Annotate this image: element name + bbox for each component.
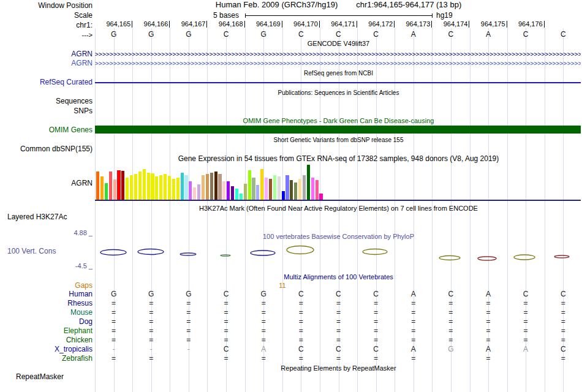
alignment-row-x_tropicalis[interactable]: X_tropicalis---CACCCAGAAC <box>0 345 582 354</box>
gtex-expression-bar[interactable] <box>235 189 238 200</box>
gtex-expression-bar[interactable] <box>260 169 263 200</box>
gtex-expression-bar[interactable] <box>193 187 196 200</box>
alignment-row-mouse[interactable]: Mouse============= <box>0 308 582 317</box>
gene-label-agrn-2[interactable]: AGRN <box>0 59 93 67</box>
ruler-tick[interactable]: 964,167 <box>170 20 207 29</box>
species-label[interactable]: Elephant <box>0 327 93 335</box>
gaps-row-label[interactable]: Gaps <box>0 282 93 290</box>
ruler-tick[interactable]: 964,174 <box>432 20 469 29</box>
gtex-expression-bar[interactable] <box>189 181 192 200</box>
gtex-expression-bar[interactable] <box>113 179 116 200</box>
gtex-expression-barchart[interactable] <box>96 164 353 200</box>
gtex-expression-bar[interactable] <box>285 175 289 200</box>
ruler-tick[interactable]: 964,170 <box>282 20 320 29</box>
gtex-expression-bar[interactable] <box>256 185 259 200</box>
omim-gene-bar[interactable] <box>95 126 581 134</box>
gtex-expression-bar[interactable] <box>273 175 276 200</box>
species-label[interactable]: Chicken <box>0 336 93 344</box>
gtex-expression-bar[interactable] <box>100 176 104 200</box>
gtex-expression-bar[interactable] <box>282 191 285 200</box>
layered-h3k27ac-label[interactable]: Layered H3K27Ac <box>0 213 93 221</box>
ruler-tick[interactable]: 964,169 <box>245 20 282 29</box>
gtex-expression-bar[interactable] <box>184 175 187 200</box>
gtex-expression-bar[interactable] <box>168 176 171 200</box>
gene-transcript-agrn-2[interactable]: >>>>>>>>>>>>>>>>>>>>>>>>>>>>>>>>>>>>>>>>… <box>95 60 581 67</box>
gtex-expression-bar[interactable] <box>231 186 234 200</box>
ruler-tick[interactable]: 964,166 <box>132 20 170 29</box>
repeatmasker-label[interactable]: RepeatMasker <box>0 373 93 381</box>
gtex-expression-bar[interactable] <box>294 183 297 200</box>
gtex-expression-bar[interactable] <box>134 174 137 200</box>
gtex-expression-bar[interactable] <box>172 179 175 200</box>
alignment-row-rhesus[interactable]: Rhesus============= <box>0 299 582 308</box>
ruler-tick[interactable]: 964,176 <box>507 20 545 29</box>
gtex-expression-bar[interactable] <box>197 184 200 200</box>
gtex-expression-bar[interactable] <box>218 174 221 200</box>
alignment-row-zebrafish[interactable]: Zebrafish========== <box>0 354 582 363</box>
gtex-expression-bar[interactable] <box>206 174 209 200</box>
gtex-expression-bar[interactable] <box>278 176 281 200</box>
gtex-expression-bar[interactable] <box>298 179 301 200</box>
gtex-expression-bar[interactable] <box>311 178 314 200</box>
gtex-expression-bar[interactable] <box>319 194 322 200</box>
ruler-tick[interactable]: 964,173 <box>395 20 432 29</box>
refseq-gene-line[interactable] <box>95 82 581 83</box>
gtex-expression-bar[interactable] <box>202 175 205 200</box>
gtex-expression-bar[interactable] <box>130 175 133 200</box>
species-label[interactable]: Rhesus <box>0 300 93 307</box>
gene-transcript-agrn-1[interactable]: >>>>>>>>>>>>>>>>>>>>>>>>>>>>>>>>>>>>>>>>… <box>95 51 581 58</box>
alignment-row-dog[interactable]: Dog============= <box>0 317 582 326</box>
ruler-tick[interactable]: 964,168 <box>207 20 244 29</box>
gtex-expression-bar[interactable] <box>109 172 112 200</box>
gtex-expression-bar[interactable] <box>214 172 217 200</box>
gtex-expression-bar[interactable] <box>176 178 180 200</box>
gtex-expression-bar[interactable] <box>96 172 99 200</box>
species-label[interactable]: X_tropicalis <box>0 345 93 353</box>
gtex-expression-bar[interactable] <box>240 194 243 200</box>
species-label[interactable]: Dog <box>0 318 93 326</box>
ruler-tick[interactable]: 964,172 <box>357 20 395 29</box>
gene-label-agrn-1[interactable]: AGRN <box>0 50 93 58</box>
gtex-expression-bar[interactable] <box>181 173 184 200</box>
gtex-expression-bar[interactable] <box>222 181 225 200</box>
gtex-gene-label[interactable]: AGRN <box>0 179 93 187</box>
ruler-tick[interactable]: 964,175 <box>469 20 507 29</box>
species-label[interactable]: Mouse <box>0 309 93 317</box>
species-label[interactable]: Zebrafish <box>0 355 93 363</box>
gtex-expression-bar[interactable] <box>159 175 162 200</box>
gtex-expression-bar[interactable] <box>105 183 108 200</box>
gtex-expression-bar[interactable] <box>138 172 142 200</box>
gtex-expression-bar[interactable] <box>269 179 272 200</box>
gtex-expression-bar[interactable] <box>143 169 146 200</box>
omim-genes-label[interactable]: OMIM Genes <box>0 126 93 134</box>
gtex-expression-bar[interactable] <box>307 165 310 200</box>
gtex-expression-bar[interactable] <box>227 181 230 200</box>
alignment-row-elephant[interactable]: Elephant============= <box>0 326 582 336</box>
gtex-expression-bar[interactable] <box>126 178 129 200</box>
alignment-row-chicken[interactable]: Chicken============= <box>0 336 582 345</box>
gtex-expression-bar[interactable] <box>265 178 268 200</box>
publications-snps-label[interactable]: SNPs <box>0 107 93 115</box>
gtex-expression-bar[interactable] <box>252 178 255 200</box>
position-ruler[interactable]: 964,165964,166964,167964,168964,169964,1… <box>95 20 582 29</box>
gtex-expression-bar[interactable] <box>164 174 167 200</box>
gtex-expression-bar[interactable] <box>248 170 251 200</box>
gtex-expression-bar[interactable] <box>155 176 158 200</box>
common-dbsnp-label[interactable]: Common dbSNP(155) <box>0 145 93 153</box>
alignment-row-human[interactable]: HumanGGGCGCCCACACC <box>0 290 582 299</box>
gtex-expression-bar[interactable] <box>210 173 213 200</box>
gtex-expression-bar[interactable] <box>303 175 306 200</box>
gtex-expression-bar[interactable] <box>290 180 293 200</box>
ruler-tick[interactable]: 964,171 <box>320 20 357 29</box>
strand-arrow-label[interactable]: ---> <box>0 31 93 39</box>
gtex-expression-bar[interactable] <box>151 173 154 200</box>
gtex-expression-bar[interactable] <box>117 170 120 200</box>
ruler-tick[interactable]: 964,165 <box>95 20 132 29</box>
gtex-expression-bar[interactable] <box>121 171 124 200</box>
vert-cons-label[interactable]: 100 Vert. Cons <box>0 247 93 255</box>
gtex-expression-bar[interactable] <box>316 180 319 200</box>
gtex-expression-bar[interactable] <box>147 173 150 200</box>
gtex-expression-bar[interactable] <box>244 184 247 200</box>
publications-sequences-label[interactable]: Sequences <box>0 97 93 105</box>
refseq-curated-label[interactable]: RefSeq Curated <box>0 78 93 86</box>
